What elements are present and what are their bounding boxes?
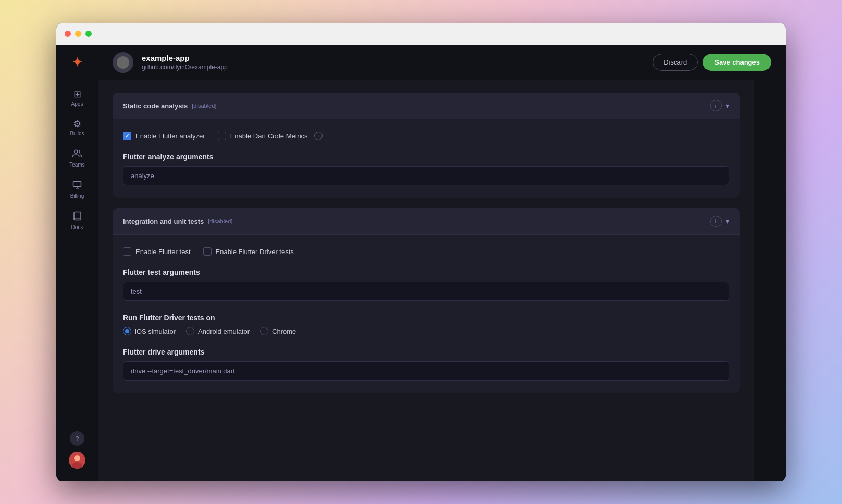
right-panel — [754, 80, 786, 481]
dart-metrics-info-icon[interactable]: i — [314, 132, 323, 140]
section-header-right-2: i ▾ — [710, 216, 729, 227]
sidebar-item-builds-label: Builds — [70, 131, 84, 136]
ios-simulator-radio-item[interactable]: iOS simulator — [123, 327, 176, 335]
section-header-left: Static code analysis [disabled] — [123, 102, 216, 110]
logo-icon: ✦ — [72, 55, 82, 70]
header-actions: Discard Save changes — [653, 54, 771, 71]
test-args-group: Flutter test arguments — [123, 268, 729, 301]
integration-unit-tests-section: Integration and unit tests [disabled] i … — [113, 208, 740, 393]
analyze-args-input[interactable] — [123, 166, 729, 185]
header-app-url: github.com/ilyinO/example-app — [142, 64, 645, 71]
browser-titlebar — [56, 23, 786, 45]
save-changes-button[interactable]: Save changes — [703, 54, 771, 71]
flutter-test-label: Enable Flutter test — [135, 248, 191, 256]
drive-args-input[interactable] — [123, 361, 729, 381]
header-repo-avatar — [113, 52, 133, 73]
traffic-light-red[interactable] — [65, 31, 71, 37]
android-emulator-radio[interactable] — [186, 327, 194, 335]
dart-code-metrics-checkbox-item[interactable]: Enable Dart Code Metrics i — [218, 132, 323, 140]
sidebar: ✦ ⊞ Apps ⚙ Builds — [56, 45, 98, 481]
user-avatar[interactable] — [69, 452, 85, 469]
main-area: example-app github.com/ilyinO/example-ap… — [98, 45, 786, 481]
sidebar-item-apps-label: Apps — [71, 101, 83, 107]
chrome-label: Chrome — [272, 327, 296, 335]
section-chevron-icon[interactable]: ▾ — [726, 102, 729, 110]
billing-icon — [72, 180, 82, 191]
drive-args-group: Flutter drive arguments — [123, 348, 729, 381]
static-code-analysis-header: Static code analysis [disabled] i ▾ — [113, 93, 740, 119]
content-wrapper: Static code analysis [disabled] i ▾ — [98, 80, 786, 481]
ios-simulator-label: iOS simulator — [135, 327, 176, 335]
test-args-input[interactable] — [123, 282, 729, 301]
flutter-driver-tests-checkbox[interactable] — [203, 247, 212, 256]
sidebar-item-billing[interactable]: Billing — [59, 175, 95, 204]
sidebar-item-builds[interactable]: ⚙ Builds — [59, 114, 95, 142]
driver-platform-label: Run Flutter Driver tests on — [123, 313, 729, 322]
static-code-analysis-body: Enable Flutter analyzer Enable Dart Code… — [113, 119, 740, 198]
header-info: example-app github.com/ilyinO/example-ap… — [142, 54, 645, 71]
integration-checkboxes-row: Enable Flutter test Enable Flutter Drive… — [123, 247, 729, 256]
help-button[interactable]: ? — [70, 431, 84, 446]
svg-point-7 — [117, 56, 129, 69]
content-scroll: Static code analysis [disabled] i ▾ — [98, 80, 754, 481]
integration-tests-header: Integration and unit tests [disabled] i … — [113, 208, 740, 235]
header-app-name: example-app — [142, 54, 645, 62]
section-disabled-badge: [disabled] — [192, 103, 216, 109]
dart-code-metrics-label: Enable Dart Code Metrics — [230, 132, 308, 140]
integration-tests-title: Integration and unit tests — [123, 218, 204, 225]
sidebar-item-apps[interactable]: ⊞ Apps — [59, 84, 95, 112]
flutter-test-checkbox[interactable] — [123, 247, 131, 256]
docs-icon — [72, 211, 82, 222]
ios-simulator-radio[interactable] — [123, 327, 131, 335]
traffic-light-green[interactable] — [85, 31, 92, 37]
sidebar-logo[interactable]: ✦ — [68, 53, 86, 72]
driver-platform-group: Run Flutter Driver tests on iOS simulato… — [123, 313, 729, 335]
radio-row: iOS simulator Android emulator — [123, 327, 729, 335]
svg-rect-1 — [73, 181, 81, 187]
flutter-analyzer-checkbox-item[interactable]: Enable Flutter analyzer — [123, 132, 205, 140]
flutter-analyzer-label: Enable Flutter analyzer — [135, 132, 205, 140]
chrome-radio[interactable] — [260, 327, 268, 335]
checkboxes-row: Enable Flutter analyzer Enable Dart Code… — [123, 132, 729, 140]
builds-icon: ⚙ — [73, 119, 81, 129]
traffic-light-yellow[interactable] — [75, 31, 81, 37]
android-emulator-label: Android emulator — [198, 327, 250, 335]
ios-simulator-radio-dot — [125, 329, 129, 333]
sidebar-item-docs[interactable]: Docs — [59, 206, 95, 235]
browser-window: ✦ ⊞ Apps ⚙ Builds — [56, 23, 786, 481]
integration-tests-info-icon[interactable]: i — [710, 216, 722, 227]
integration-tests-body: Enable Flutter test Enable Flutter Drive… — [113, 235, 740, 393]
flutter-driver-tests-label: Enable Flutter Driver tests — [216, 248, 294, 256]
apps-icon: ⊞ — [73, 90, 81, 99]
drive-args-label: Flutter drive arguments — [123, 348, 729, 356]
section-header-left-2: Integration and unit tests [disabled] — [123, 218, 232, 225]
top-header: example-app github.com/ilyinO/example-ap… — [98, 45, 786, 80]
discard-button[interactable]: Discard — [653, 54, 698, 71]
sidebar-item-billing-label: Billing — [70, 193, 84, 199]
dart-code-metrics-checkbox[interactable] — [218, 132, 226, 140]
analyze-args-label: Flutter analyze arguments — [123, 153, 729, 161]
sidebar-item-teams-label: Teams — [69, 162, 84, 168]
teams-icon — [72, 149, 82, 160]
integration-tests-badge: [disabled] — [208, 218, 232, 224]
section-title: Static code analysis — [123, 102, 188, 110]
static-code-analysis-section: Static code analysis [disabled] i ▾ — [113, 93, 740, 198]
browser-content: ✦ ⊞ Apps ⚙ Builds — [56, 45, 786, 481]
svg-point-0 — [75, 150, 78, 153]
flutter-driver-tests-checkbox-item[interactable]: Enable Flutter Driver tests — [203, 247, 294, 256]
flutter-test-checkbox-item[interactable]: Enable Flutter test — [123, 247, 191, 256]
analyze-args-group: Flutter analyze arguments — [123, 153, 729, 185]
sidebar-item-docs-label: Docs — [71, 224, 83, 230]
flutter-analyzer-checkbox[interactable] — [123, 132, 131, 140]
chrome-radio-item[interactable]: Chrome — [260, 327, 296, 335]
test-args-label: Flutter test arguments — [123, 268, 729, 276]
integration-tests-chevron-icon[interactable]: ▾ — [726, 217, 729, 225]
android-emulator-radio-item[interactable]: Android emulator — [186, 327, 250, 335]
section-info-icon[interactable]: i — [710, 100, 722, 111]
sidebar-item-teams[interactable]: Teams — [59, 144, 95, 173]
svg-point-5 — [74, 455, 80, 461]
sidebar-nav: ⊞ Apps ⚙ Builds — [59, 84, 95, 431]
sidebar-bottom: ? — [69, 431, 85, 473]
section-header-right: i ▾ — [710, 100, 729, 111]
